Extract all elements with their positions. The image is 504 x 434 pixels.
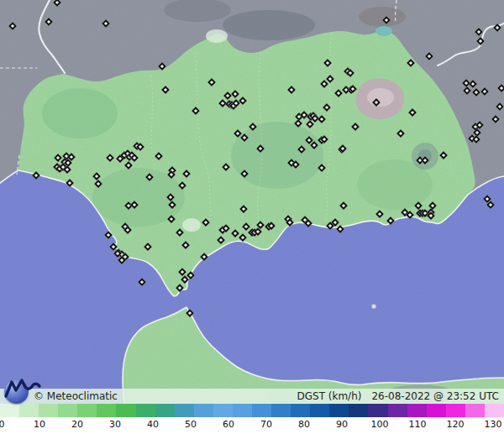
scale-tick: 0 <box>0 419 5 430</box>
weather-map-window: © Meteoclimatic DGST (km/h) 26-08-2022 @… <box>0 0 504 434</box>
color-scale <box>0 404 504 417</box>
scale-tick: 90 <box>336 419 348 430</box>
scale-tick: 80 <box>298 419 310 430</box>
andalusia-gust-map <box>0 0 504 404</box>
scale-tick: 70 <box>260 419 272 430</box>
meteoclimatic-logo <box>2 374 42 406</box>
timestamp: 26-08-2022 @ 23:52 UTC <box>371 390 499 402</box>
scale-tick-labels: 0102030405060708090100110120130 <box>0 417 504 434</box>
scale-tick: 30 <box>109 419 121 430</box>
scale-tick: 20 <box>71 419 83 430</box>
terrain-texture <box>0 0 504 404</box>
attribution-text: © Meteoclimatic <box>34 390 118 402</box>
scale-tick: 40 <box>147 419 159 430</box>
scale-tick: 50 <box>185 419 197 430</box>
scale-tick: 110 <box>409 419 427 430</box>
scale-tick: 130 <box>485 419 502 430</box>
scale-tick: 100 <box>371 419 389 430</box>
map-canvas <box>0 0 504 404</box>
logo-wave-icon <box>2 374 42 406</box>
scale-tick: 10 <box>34 419 45 430</box>
scale-tick: 120 <box>447 419 465 430</box>
metric-label: DGST (km/h) <box>297 390 361 402</box>
scale-tick: 60 <box>223 419 234 430</box>
attribution-bar: © Meteoclimatic DGST (km/h) 26-08-2022 @… <box>0 389 504 404</box>
